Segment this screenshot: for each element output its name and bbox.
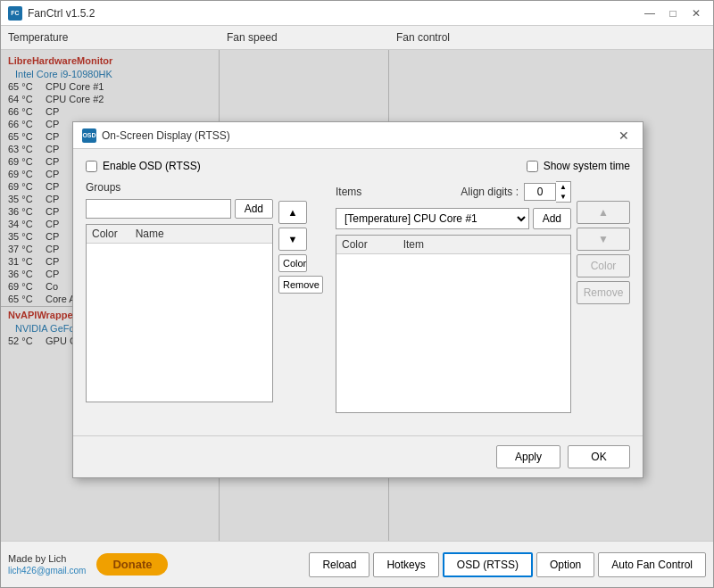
made-by-text: Made by Lich <box>8 553 86 564</box>
groups-up-button[interactable]: ▲ <box>278 201 307 224</box>
bottom-toolbar: Made by Lich lich426@gmail.com Donate Re… <box>1 541 713 587</box>
items-header-right: Align digits : ▲ ▼ <box>461 181 571 203</box>
dialog-title-left: OSD On-Screen Display (RTSS) <box>82 128 230 143</box>
main-window: FC FanCtrl v1.5.2 — □ ✕ Temperature Fan … <box>0 0 714 588</box>
auto-fan-button[interactable]: Auto Fan Control <box>598 552 706 577</box>
items-list-header: Color Item <box>336 236 570 254</box>
dialog-title: On-Screen Display (RTSS) <box>102 129 230 142</box>
items-add-button[interactable]: Add <box>533 208 571 229</box>
option-button[interactable]: Option <box>536 552 594 577</box>
groups-col-color: Color <box>92 228 118 240</box>
dialog-body: Enable OSD (RTSS) Show system time Group <box>73 149 643 435</box>
groups-label: Groups <box>86 181 273 194</box>
digit-up-button[interactable]: ▲ <box>556 182 570 192</box>
main-content: LibreHardwareMonitor Intel Core i9-10980… <box>1 50 713 541</box>
groups-section: Groups Add Color Name <box>86 181 273 402</box>
hotkeys-button[interactable]: Hotkeys <box>373 552 438 577</box>
align-digits-label: Align digits : <box>461 186 519 198</box>
apply-button[interactable]: Apply <box>496 445 560 468</box>
window-title: FanCtrl v1.5.2 <box>28 7 95 20</box>
groups-down-button[interactable]: ▼ <box>278 228 307 251</box>
items-col-color: Color <box>342 238 368 251</box>
dialog-options-row: Enable OSD (RTSS) Show system time <box>86 160 630 172</box>
col-header-fancontrol: Fan control <box>389 29 713 46</box>
bottom-right: Reload Hotkeys OSD (RTSS) Option Auto Fa… <box>309 552 706 577</box>
dialog-main-content: Groups Add Color Name <box>86 181 630 425</box>
groups-list: Color Name <box>86 224 273 402</box>
dialog-overlay: OSD On-Screen Display (RTSS) ✕ Enable OS… <box>1 50 713 541</box>
dialog-icon: OSD <box>82 128 96 143</box>
bottom-left-row: Made by Lich lich426@gmail.com Donate <box>8 553 168 576</box>
dialog-footer: Apply OK <box>73 435 643 477</box>
groups-add-button[interactable]: Add <box>235 199 273 219</box>
titlebar: FC FanCtrl v1.5.2 — □ ✕ <box>1 1 713 26</box>
groups-input[interactable] <box>86 199 231 219</box>
items-col-item: Item <box>403 238 424 251</box>
donate-button[interactable]: Donate <box>96 553 168 576</box>
maximize-button[interactable]: □ <box>663 5 683 21</box>
digit-spinner: ▲ ▼ <box>556 181 571 203</box>
digit-input[interactable] <box>524 183 556 201</box>
items-remove-button[interactable]: Remove <box>577 281 630 304</box>
items-down-button[interactable]: ▼ <box>577 228 630 251</box>
reload-button[interactable]: Reload <box>309 552 369 577</box>
osd-dialog: OSD On-Screen Display (RTSS) ✕ Enable OS… <box>72 121 643 478</box>
items-section: Items Align digits : ▲ ▼ <box>336 181 571 413</box>
items-up-button[interactable]: ▲ <box>577 201 630 224</box>
close-button[interactable]: ✕ <box>686 5 706 21</box>
enable-osd-label: Enable OSD (RTSS) <box>86 160 201 172</box>
items-list: Color Item <box>336 235 571 413</box>
show-time-label: Show system time <box>527 160 630 172</box>
enable-osd-text: Enable OSD (RTSS) <box>103 160 201 172</box>
col-header-fanspeed: Fan speed <box>220 29 389 46</box>
email-text: lich426@gmail.com <box>8 566 86 576</box>
titlebar-controls: — □ ✕ <box>640 5 706 21</box>
osd-button[interactable]: OSD (RTSS) <box>443 552 533 577</box>
items-header-row: Items Align digits : ▲ ▼ <box>336 181 571 203</box>
dialog-close-button[interactable]: ✕ <box>614 128 634 144</box>
digit-down-button[interactable]: ▼ <box>556 192 570 202</box>
groups-input-row: Add <box>86 199 273 219</box>
groups-list-header: Color Name <box>87 225 272 244</box>
col-header-temperature: Temperature <box>1 29 220 46</box>
groups-col-name: Name <box>136 228 164 240</box>
show-time-text: Show system time <box>544 160 630 172</box>
digit-input-container: ▲ ▼ <box>524 181 571 203</box>
app-icon: FC <box>8 6 22 21</box>
minimize-button[interactable]: — <box>640 5 660 21</box>
column-headers: Temperature Fan speed Fan control <box>1 26 713 50</box>
ok-button[interactable]: OK <box>568 445 630 468</box>
groups-controls: ▲ ▼ Color Remove <box>278 201 323 294</box>
items-color-button[interactable]: Color <box>577 254 630 277</box>
items-dropdown-row: [Temperature] CPU Core #1 Add <box>336 208 571 229</box>
titlebar-left: FC FanCtrl v1.5.2 <box>8 6 95 21</box>
bottom-left: Made by Lich lich426@gmail.com <box>8 553 86 576</box>
groups-remove-button[interactable]: Remove <box>278 276 323 294</box>
items-label: Items <box>336 186 361 198</box>
enable-osd-checkbox[interactable] <box>86 161 97 172</box>
groups-color-button[interactable]: Color <box>278 254 307 272</box>
show-time-checkbox[interactable] <box>527 161 538 172</box>
dialog-titlebar: OSD On-Screen Display (RTSS) ✕ <box>73 122 643 149</box>
items-dropdown[interactable]: [Temperature] CPU Core #1 <box>336 208 529 229</box>
items-controls: ▲ ▼ Color Remove <box>577 201 630 304</box>
